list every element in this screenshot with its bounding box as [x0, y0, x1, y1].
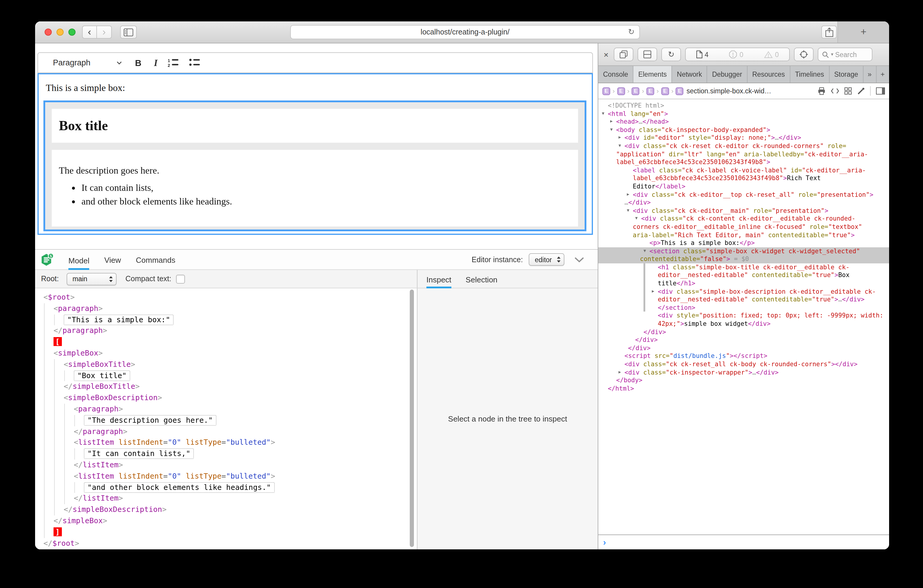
- dom-tree-line[interactable]: corners ck-editor__editable_inline ck-fo…: [598, 223, 889, 231]
- reload-icon[interactable]: ↻: [628, 27, 635, 36]
- collapse-node-icon[interactable]: ▼: [627, 207, 629, 215]
- collapse-node-icon[interactable]: ▼: [644, 247, 646, 255]
- dom-tree-line[interactable]: ▶<div id="editor" style="display: none;"…: [598, 134, 889, 142]
- inspector-tab-view[interactable]: View: [104, 250, 121, 269]
- dom-tree-line[interactable]: label_e63cbbfece34c53ce23501062343f49b8"…: [598, 158, 889, 166]
- expand-node-icon[interactable]: ▶: [610, 118, 613, 126]
- dom-tree-line[interactable]: <h1 class="simple-box-title ck-editor__e…: [598, 263, 889, 271]
- compact-text-checkbox[interactable]: [176, 274, 185, 283]
- model-tree-node[interactable]: "The description goes here.": [35, 415, 417, 426]
- dom-tree-line[interactable]: <script src="dist/bundle.js"></script>: [598, 352, 889, 360]
- devtools-search-field[interactable]: ▾ Search: [818, 48, 872, 61]
- model-tree-node[interactable]: </paragraph>: [35, 325, 417, 337]
- dom-tree-line[interactable]: title</h1>: [598, 279, 889, 287]
- reload-page-button[interactable]: ↻: [661, 48, 681, 61]
- dom-tree-line[interactable]: "application" dir="ltr" lang="en" aria-l…: [598, 150, 889, 158]
- inspector-tab-inspect[interactable]: Inspect: [426, 270, 452, 288]
- devtools-tab-storage[interactable]: Storage: [829, 66, 864, 83]
- devtools-tab-timelines[interactable]: Timelines: [790, 66, 829, 83]
- dom-tree-line[interactable]: </body>: [598, 376, 889, 384]
- model-tree-node[interactable]: </$root>: [35, 538, 417, 549]
- dom-tree-line[interactable]: ▼<div class="ck ck-reset ck-editor ck-ro…: [598, 142, 889, 150]
- detach-devtools-button[interactable]: [614, 48, 633, 61]
- collapse-node-icon[interactable]: ▼: [602, 110, 604, 118]
- zoom-window-button[interactable]: [68, 28, 76, 36]
- devtools-tab-elements[interactable]: Elements: [633, 66, 672, 83]
- collapse-node-icon[interactable]: ▼: [610, 126, 613, 134]
- model-tree-node[interactable]: "Box title": [35, 370, 417, 381]
- simple-box-widget[interactable]: Box title The description goes here. It …: [43, 100, 586, 231]
- dock-side-button[interactable]: [637, 48, 657, 61]
- model-tree-node[interactable]: </simpleBoxDescription>: [35, 504, 417, 516]
- dom-tree-line[interactable]: ▶<div class="ck ck-editor__top ck-reset_…: [598, 191, 889, 199]
- breadcrumb-element-badge[interactable]: E: [676, 87, 684, 95]
- inspector-tab-commands[interactable]: Commands: [136, 250, 176, 269]
- address-bar[interactable]: localhost/creating-a-plugin/ ↻: [290, 25, 640, 39]
- dom-tree-line[interactable]: <!DOCTYPE html>: [598, 102, 889, 110]
- intro-paragraph[interactable]: This is a simple box:: [46, 83, 592, 94]
- model-tree-node[interactable]: <paragraph>: [35, 404, 417, 415]
- dom-tree-line[interactable]: </div>: [598, 336, 889, 344]
- model-tree-node[interactable]: "It can contain lists,": [35, 448, 417, 460]
- model-tree-node[interactable]: </simpleBoxTitle>: [35, 381, 417, 393]
- dom-tree-line[interactable]: aria-label="Rich Text Editor, main" cont…: [598, 231, 889, 239]
- collapse-inspector-icon[interactable]: [574, 256, 585, 263]
- print-icon[interactable]: [818, 87, 826, 95]
- model-tree-node[interactable]: <$root>: [35, 292, 417, 303]
- model-tree-node[interactable]: <simpleBox>: [35, 348, 417, 359]
- dom-tree-line[interactable]: </section>: [598, 304, 889, 312]
- dom-tree-line[interactable]: editor__nested-editable" contenteditable…: [598, 296, 889, 304]
- model-tree-node[interactable]: <paragraph>: [35, 303, 417, 315]
- devtools-tab-network[interactable]: Network: [672, 66, 707, 83]
- breadcrumb-current-node[interactable]: section.simple-box.ck-wid…: [687, 87, 771, 95]
- dom-tree-line[interactable]: ▶<div class="ck-inspector-wrapper">…</di…: [598, 368, 889, 376]
- breadcrumb-element-badge[interactable]: E: [617, 87, 625, 95]
- chevron-down-icon[interactable]: [117, 61, 122, 64]
- element-picker-button[interactable]: [794, 48, 814, 61]
- expand-node-icon[interactable]: ▶: [619, 368, 621, 376]
- dom-tree-line[interactable]: Editor</label>: [598, 182, 889, 191]
- styles-brush-icon[interactable]: [857, 87, 865, 95]
- inspector-tab-selection[interactable]: Selection: [466, 270, 498, 288]
- dom-tree-line[interactable]: 42px;">simple box widget</div>: [598, 320, 889, 328]
- close-window-button[interactable]: [44, 28, 52, 36]
- dom-tree-line[interactable]: label_e63cbbfece34c53ce23501062343f49b8"…: [598, 174, 889, 182]
- sidebar-toggle-button[interactable]: [120, 26, 137, 39]
- expand-node-icon[interactable]: ▶: [652, 287, 654, 296]
- dom-tree-line[interactable]: </div>: [598, 328, 889, 336]
- expand-node-icon[interactable]: ▶: [627, 191, 629, 199]
- dom-tree-line[interactable]: editor__nested-editable" contenteditable…: [598, 271, 889, 279]
- bold-button[interactable]: B: [135, 57, 141, 68]
- collapse-node-icon[interactable]: ▼: [619, 142, 621, 150]
- details-sidebar-icon[interactable]: [876, 87, 885, 95]
- forward-button[interactable]: ›: [97, 26, 112, 39]
- bulleted-list-button[interactable]: [189, 58, 200, 67]
- dom-tree-line[interactable]: contenteditable="false"> = $0: [598, 255, 889, 263]
- italic-button[interactable]: I: [154, 57, 158, 68]
- model-tree-node[interactable]: <simpleBoxTitle>: [35, 359, 417, 370]
- dom-tree-line[interactable]: <div style="position: fixed; top: 0px; l…: [598, 312, 889, 320]
- inspector-tab-model[interactable]: Model: [68, 250, 90, 269]
- expand-node-icon[interactable]: ▶: [619, 134, 621, 142]
- add-tab-button[interactable]: +: [876, 66, 889, 83]
- simple-box-title-editable[interactable]: Box title: [52, 109, 578, 143]
- issues-summary[interactable]: 4 0 0: [685, 48, 790, 61]
- dom-tree-line[interactable]: ▼<html lang="en">: [598, 110, 889, 118]
- dom-tree-line[interactable]: …</div>: [598, 199, 889, 207]
- breadcrumb-element-badge[interactable]: E: [647, 87, 654, 95]
- breadcrumb-element-badge[interactable]: E: [632, 87, 640, 95]
- breadcrumb-element-badge[interactable]: E: [603, 87, 610, 95]
- dom-tree-line[interactable]: ▼<div class="ck ck-content ck-editor__ed…: [598, 215, 889, 223]
- new-tab-button[interactable]: +: [838, 21, 889, 43]
- model-tree-node[interactable]: "and other block elements like headings.…: [35, 482, 417, 493]
- tree-scrollbar[interactable]: [410, 289, 414, 547]
- dom-tree-line[interactable]: ▶<div class="simple-box-description ck-e…: [598, 287, 889, 296]
- dom-tree-line[interactable]: ▶<head>…</head>: [598, 118, 889, 126]
- layout-grid-icon[interactable]: [844, 87, 852, 95]
- dom-tree-line[interactable]: <div class="ck ck-reset_all ck-body ck-r…: [598, 360, 889, 368]
- quick-console[interactable]: ›: [598, 534, 889, 549]
- dom-tree-line[interactable]: <label class="ck ck-label ck-voice-label…: [598, 166, 889, 174]
- dom-tree-line[interactable]: ▼<body class="ck-inspector-body-expanded…: [598, 126, 889, 134]
- root-select[interactable]: main: [67, 273, 117, 285]
- simple-box-description-editable[interactable]: The description goes here. It can contai…: [52, 150, 578, 227]
